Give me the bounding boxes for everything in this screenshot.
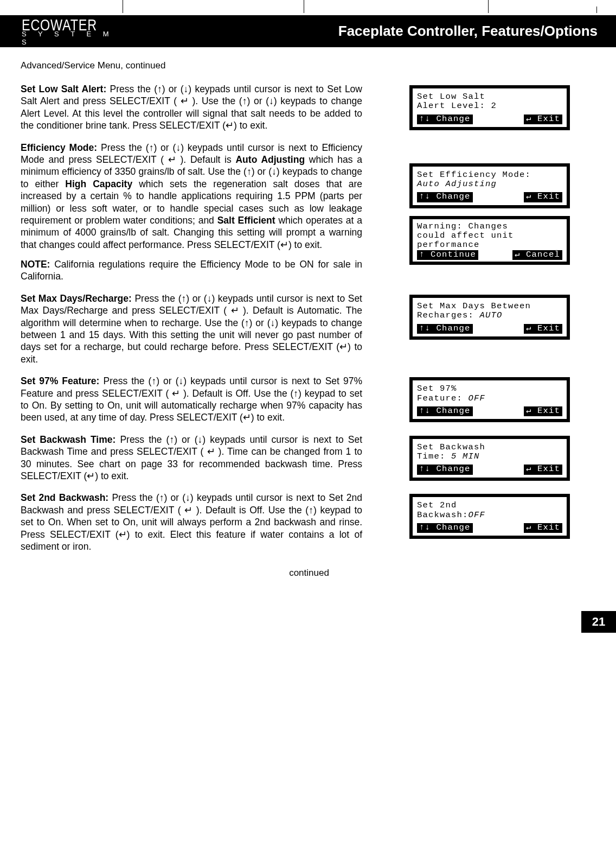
lcd-label: Backwash:: [417, 510, 469, 520]
lcd-maxdays: Set Max Days Between Recharges: AUTO Cha…: [409, 295, 570, 340]
backwash2-text: Set 2nd Backwash: Press the (↑) or (↓) k…: [21, 492, 362, 552]
continued-label: continued: [21, 568, 598, 578]
lcd-value: AUTO: [480, 310, 503, 320]
page-title: Faceplate Controller, Features/Options: [118, 15, 616, 47]
lcd-line: performance: [417, 240, 562, 250]
crop-marks: [0, 0, 616, 15]
lcd-value: OFF: [469, 510, 486, 520]
lcd-change: Change: [417, 523, 473, 533]
backwash2-lead: Set 2nd Backwash:: [21, 492, 108, 503]
lcd-exit: Exit: [524, 115, 562, 124]
backwash-text: Set Backwash Time: Press the (↑) or (↓) …: [21, 434, 362, 482]
lcd-pct97: Set 97% Feature: OFF Change Exit: [409, 377, 570, 422]
lcd-value: 2: [491, 101, 497, 111]
note-lead: NOTE:: [21, 259, 50, 270]
lowsalt-lead: Set Low Salt Alert:: [21, 84, 106, 94]
section-subhead: Advanced/Service Menu, continued: [21, 60, 598, 71]
lcd-exit: Exit: [524, 192, 562, 202]
lcd-value: Auto Adjusting: [417, 180, 562, 189]
lcd-value: OFF: [469, 393, 486, 403]
lcd-continue: Continue: [417, 250, 478, 260]
maxdays-lead: Set Max Days/Recharge:: [21, 293, 132, 304]
lcd-change: Change: [417, 115, 473, 124]
brand-logo: ECOWATER S Y S T E M S: [0, 15, 118, 47]
lcd-exit: Exit: [524, 465, 562, 474]
lcd-line: Set 97%: [417, 384, 562, 393]
brand-name: ECOWATER: [22, 17, 97, 32]
backwash-lead: Set Backwash Time:: [21, 434, 116, 445]
lcd-line: Set Backwash: [417, 443, 562, 452]
lcd-label: Recharges:: [417, 310, 480, 320]
lcd-exit: Exit: [524, 324, 562, 334]
lcd-exit: Exit: [524, 406, 562, 416]
lcd-change: Change: [417, 324, 473, 334]
lcd-exit: Exit: [524, 523, 562, 533]
lcd-backwash2: Set 2nd Backwash:OFF Change Exit: [409, 494, 570, 539]
lcd-cancel: Cancel: [512, 250, 562, 260]
page-number: 21: [581, 611, 616, 633]
lowsalt-text: Set Low Salt Alert: Press the (↑) or (↓)…: [21, 83, 362, 132]
effmode-text: Efficiency Mode: Press the (↑) or (↓) ke…: [21, 142, 362, 251]
lcd-lowsalt: Set Low Salt Alert Level: 2 Change Exit: [409, 85, 570, 130]
lcd-line: Set Efficiency Mode:: [417, 170, 562, 180]
page-header: ECOWATER S Y S T E M S Faceplate Control…: [0, 15, 616, 47]
lcd-change: Change: [417, 192, 473, 202]
lcd-line: Set 2nd: [417, 501, 562, 510]
lcd-label: Time:: [417, 451, 451, 461]
maxdays-text: Set Max Days/Recharge: Press the (↑) or …: [21, 292, 362, 365]
effmode-lead: Efficiency Mode:: [21, 142, 97, 153]
lcd-value: 5 MIN: [451, 451, 480, 461]
lcd-effmode: Set Efficiency Mode: Auto Adjusting Chan…: [409, 163, 570, 208]
lcd-change: Change: [417, 406, 473, 416]
lcd-line: Set Max Days Between: [417, 302, 562, 311]
lcd-line: Set Low Salt: [417, 92, 562, 101]
effmode-note: NOTE: California regulations require the…: [21, 258, 362, 283]
pct97-lead: Set 97% Feature:: [21, 376, 99, 386]
lcd-label: Alert Level:: [417, 101, 491, 111]
lcd-line: Warning: Changes: [417, 222, 562, 231]
lcd-line: could affect unit: [417, 231, 562, 240]
pct97-text: Set 97% Feature: Press the (↑) or (↓) ke…: [21, 375, 362, 424]
lcd-label: Feature:: [417, 393, 469, 403]
lcd-backwash: Set Backwash Time: 5 MIN Change Exit: [409, 436, 570, 481]
lcd-change: Change: [417, 465, 473, 474]
lcd-warning: Warning: Changes could affect unit perfo…: [409, 216, 570, 265]
